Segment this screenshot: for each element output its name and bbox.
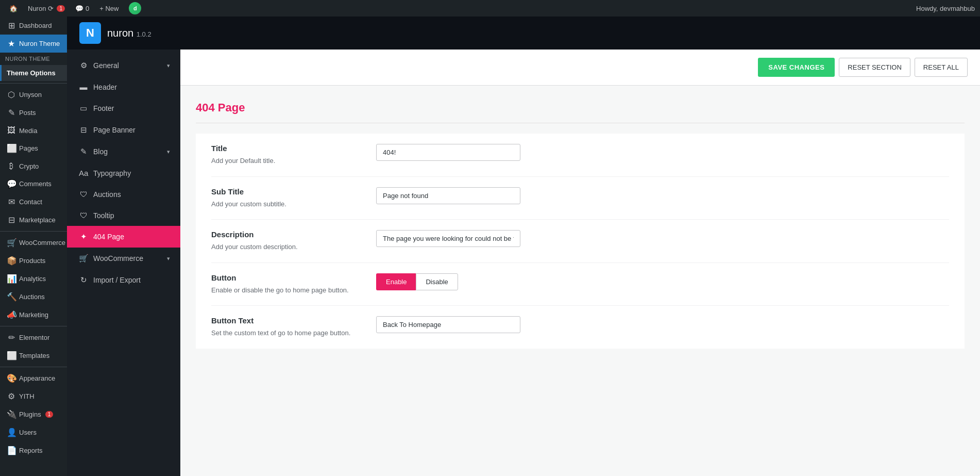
button-disable-toggle[interactable]: Disable	[416, 273, 458, 290]
sidebar-item-plugins[interactable]: 🔌 Plugins 1	[0, 405, 67, 423]
subtitle-input[interactable]	[376, 187, 520, 204]
auctions-icon: 🔨	[7, 292, 16, 302]
sidebar-item-crypto[interactable]: ₿ Crypto	[0, 157, 67, 175]
theme-topbar: N nuron 1.0.2	[67, 17, 980, 50]
sidebar-item-dashboard[interactable]: ⊞ Dashboard	[0, 17, 67, 35]
reports-icon: 📄	[7, 446, 16, 455]
blog-icon: ✎	[79, 147, 88, 156]
404-icon: ✦	[79, 232, 88, 241]
button-text-label: Button Text	[211, 316, 366, 325]
sidebar-item-appearance[interactable]: 🎨 Appearance	[0, 369, 67, 387]
menu-separator-3	[0, 326, 67, 326]
templates-icon: ⬜	[7, 351, 16, 360]
description-desc: Add your custom description.	[211, 242, 366, 252]
save-changes-button[interactable]: SAVE CHANGES	[758, 58, 835, 77]
sidebar-item-elementor[interactable]: ✏ Elementor	[0, 329, 67, 347]
auctions-theme-icon: 🛡	[79, 190, 88, 199]
theme-menu-tooltip[interactable]: 🛡 Tooltip	[67, 205, 180, 226]
subtitle-description: Add your custom subtitle.	[211, 199, 366, 209]
sidebar-item-marketplace[interactable]: ⊟ Marketplace	[0, 211, 67, 229]
sidebar-item-media[interactable]: 🖼 Media	[0, 122, 67, 139]
sidebar-item-nuron-theme[interactable]: ★ Nuron Theme	[0, 35, 67, 53]
sidebar-item-templates[interactable]: ⬜ Templates	[0, 347, 67, 365]
theme-name-group: nuron 1.0.2	[107, 27, 151, 39]
theme-menu-404[interactable]: ✦ 404 Page	[67, 226, 180, 248]
unyson-icon: ⬡	[7, 90, 16, 100]
button-text-description: Set the custom text of go to home page b…	[211, 328, 366, 338]
general-icon: ⚙	[79, 61, 88, 70]
theme-menu-footer[interactable]: ▭ Footer	[67, 97, 180, 119]
theme-sidebar: ⚙ General ▾ ▬ Header ▭ Footer	[67, 50, 180, 476]
sidebar-item-reports[interactable]: 📄 Reports	[0, 441, 67, 459]
page-title: 404 Page	[196, 101, 965, 123]
sidebar-item-contact[interactable]: ✉ Contact	[0, 193, 67, 211]
button-toggle-group: Enable Disable	[376, 273, 949, 290]
theme-menu-auctions[interactable]: 🛡 Auctions	[67, 184, 180, 205]
wp-sidebar: ⊞ Dashboard ★ Nuron Theme Nuron Theme Th…	[0, 17, 67, 476]
sidebar-item-marketing[interactable]: 📣 Marketing	[0, 306, 67, 324]
sidebar-item-posts[interactable]: ✎ Posts	[0, 104, 67, 122]
description-label: Description	[211, 230, 366, 239]
woocommerce-theme-icon: 🛒	[79, 254, 88, 263]
appearance-icon: 🎨	[7, 373, 16, 383]
theme-menu-import-export[interactable]: ↻ Import / Export	[67, 269, 180, 291]
contact-icon: ✉	[7, 197, 16, 207]
marketing-icon: 📣	[7, 310, 16, 320]
sidebar-item-auctions[interactable]: 🔨 Auctions	[0, 288, 67, 306]
analytics-icon: 📊	[7, 274, 16, 284]
plugins-icon: 🔌	[7, 409, 16, 419]
theme-menu-blog[interactable]: ✎ Blog ▾	[67, 141, 180, 162]
woocommerce-icon: 🛒	[7, 238, 16, 248]
theme-menu-typography[interactable]: Aa Typography	[67, 162, 180, 184]
admin-site-name[interactable]: Nuron ⟳ 1	[24, 5, 69, 12]
form-row-description: Description Add your custom description.	[211, 220, 949, 263]
yith-icon: ⚙	[7, 391, 16, 401]
chevron-down-icon-blog: ▾	[167, 149, 170, 155]
admin-avatar[interactable]: d	[125, 2, 145, 14]
sidebar-item-products[interactable]: 📦 Products	[0, 252, 67, 270]
admin-home[interactable]: 🏠	[5, 5, 22, 12]
sidebar-item-users[interactable]: 👤 Users	[0, 423, 67, 441]
button-enable-toggle[interactable]: Enable	[376, 273, 416, 290]
sidebar-item-analytics[interactable]: 📊 Analytics	[0, 270, 67, 288]
sidebar-item-woocommerce[interactable]: 🛒 WooCommerce	[0, 234, 67, 252]
form-row-title: Title Add your Default title.	[211, 134, 949, 177]
chevron-down-icon: ▾	[167, 62, 170, 69]
media-icon: 🖼	[7, 126, 16, 135]
users-icon: 👤	[7, 428, 16, 437]
sidebar-item-pages[interactable]: ⬜ Pages	[0, 139, 67, 157]
header-icon: ▬	[79, 83, 88, 91]
menu-separator-2	[0, 231, 67, 232]
footer-icon: ▭	[79, 104, 88, 113]
button-text-input[interactable]	[376, 316, 520, 333]
typography-icon: Aa	[79, 169, 88, 177]
reset-all-button[interactable]: RESET ALL	[915, 58, 968, 77]
sidebar-item-yith[interactable]: ⚙ YITH	[0, 387, 67, 405]
pages-icon: ⬜	[7, 143, 16, 153]
theme-menu-woocommerce[interactable]: 🛒 WooCommerce ▾	[67, 248, 180, 269]
form-row-button: Button Enable or disable the go to home …	[211, 263, 949, 306]
theme-logo: N	[79, 22, 101, 44]
description-input[interactable]	[376, 230, 520, 247]
sidebar-item-theme-options[interactable]: Theme Options	[0, 65, 67, 81]
admin-comments[interactable]: 💬 0	[71, 5, 93, 12]
reset-section-button[interactable]: RESET SECTION	[839, 58, 910, 77]
crypto-icon: ₿	[7, 161, 16, 171]
form-sections: Title Add your Default title. Sub Title	[196, 134, 965, 349]
theme-menu-header[interactable]: ▬ Header	[67, 76, 180, 97]
chevron-down-icon-woo: ▾	[167, 255, 170, 262]
comments-icon: 💬	[7, 179, 16, 189]
sidebar-item-unyson[interactable]: ⬡ Unyson	[0, 86, 67, 104]
admin-bar: 🏠 Nuron ⟳ 1 💬 0 + New d Howdy, devmahbub	[0, 0, 980, 17]
theme-menu-page-banner[interactable]: ⊟ Page Banner	[67, 119, 180, 141]
form-row-button-text: Button Text Set the custom text of go to…	[211, 306, 949, 349]
title-input[interactable]	[376, 144, 520, 161]
marketplace-icon: ⊟	[7, 215, 16, 225]
elementor-icon: ✏	[7, 333, 16, 342]
theme-layout: ⚙ General ▾ ▬ Header ▭ Footer	[67, 50, 980, 476]
admin-new[interactable]: + New	[95, 5, 123, 12]
menu-separator-4	[0, 367, 67, 367]
title-description: Add your Default title.	[211, 156, 366, 166]
theme-menu-general[interactable]: ⚙ General ▾	[67, 55, 180, 76]
sidebar-item-comments[interactable]: 💬 Comments	[0, 175, 67, 193]
